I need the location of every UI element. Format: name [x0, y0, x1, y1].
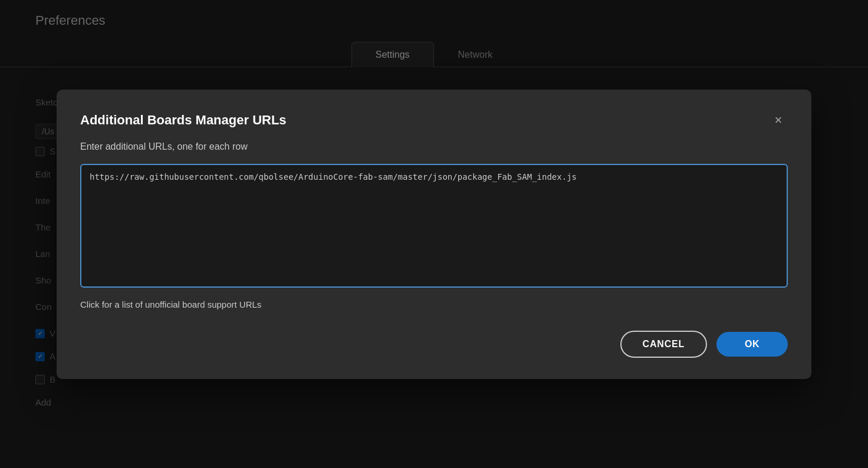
cancel-button[interactable]: CANCEL: [620, 331, 707, 358]
modal-header: Additional Boards Manager URLs ×: [80, 111, 788, 130]
ok-button[interactable]: OK: [716, 332, 788, 357]
modal-overlay: Additional Boards Manager URLs × Enter a…: [0, 0, 868, 468]
modal-description: Enter additional URLs, one for each row: [80, 141, 788, 152]
modal-footer: CANCEL OK: [80, 331, 788, 358]
urls-textarea[interactable]: [80, 164, 788, 288]
modal-title: Additional Boards Manager URLs: [80, 113, 287, 128]
close-button[interactable]: ×: [769, 111, 788, 130]
unofficial-urls-link[interactable]: Click for a list of unofficial board sup…: [80, 299, 788, 309]
modal-dialog: Additional Boards Manager URLs × Enter a…: [57, 90, 811, 379]
